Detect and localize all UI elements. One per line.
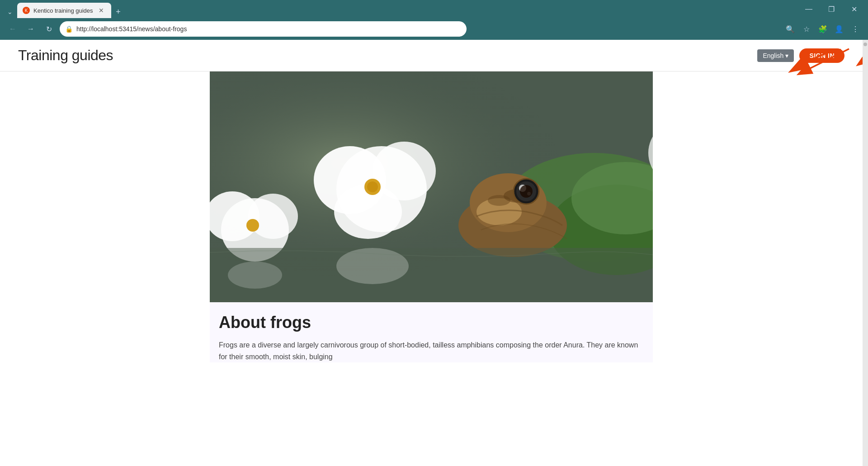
close-button[interactable]: ✕ [844, 2, 864, 16]
tab-strip: ⌄ K Kentico training guides ✕ + [4, 0, 798, 18]
lock-icon: 🔒 [65, 25, 73, 33]
article-title: About frogs [219, 313, 644, 332]
address-bar: ← → ↻ 🔒 http://localhost:53415/news/abou… [0, 18, 868, 40]
tab-close-button[interactable]: ✕ [97, 6, 106, 15]
back-button[interactable]: ← [5, 22, 20, 36]
minimize-button[interactable]: — [798, 2, 819, 16]
language-dropdown[interactable]: English ▾ [757, 49, 794, 62]
svg-point-13 [367, 181, 378, 192]
extensions-button[interactable]: 🧩 [816, 22, 830, 36]
header-actions: English ▾ SIGN IN [757, 48, 844, 63]
language-label: English [763, 52, 783, 59]
title-bar: ⌄ K Kentico training guides ✕ + — ❐ ✕ [0, 0, 868, 18]
svg-point-25 [488, 195, 510, 206]
svg-point-16 [248, 194, 298, 239]
bookmark-button[interactable]: ☆ [799, 22, 814, 36]
scrollbar[interactable] [863, 40, 868, 466]
browser-toolbar-icons: 🔍 ☆ 🧩 👤 ⋮ [783, 22, 863, 36]
tab-title: Kentico training guides [33, 7, 93, 14]
profile-button[interactable]: 👤 [832, 22, 846, 36]
scrollbar-thumb[interactable] [863, 43, 867, 46]
svg-point-30 [520, 185, 533, 198]
dropdown-icon: ▾ [785, 52, 788, 59]
svg-point-17 [246, 219, 259, 232]
url-text: http://localhost:53415/news/about-frogs [76, 25, 461, 33]
tab-list-button[interactable]: ⌄ [4, 5, 16, 18]
svg-point-34 [228, 262, 282, 289]
site-header: Training guides English ▾ SIGN IN [0, 40, 863, 71]
sign-in-button[interactable]: SIGN IN [799, 48, 844, 63]
more-button[interactable]: ⋮ [848, 22, 863, 36]
tab-favicon: K [23, 7, 30, 14]
article-section: About frogs Frogs are a diverse and larg… [210, 302, 653, 362]
article-body: Frogs are a diverse and largely carnivor… [219, 339, 644, 362]
active-tab[interactable]: K Kentico training guides ✕ [17, 3, 111, 18]
reload-button[interactable]: ↻ [42, 22, 56, 36]
website-content: Training guides English ▾ SIGN IN [0, 40, 863, 466]
maximize-button[interactable]: ❐ [821, 2, 842, 16]
frog-image [210, 71, 653, 302]
frog-image-container [210, 71, 653, 302]
url-bar[interactable]: 🔒 http://localhost:53415/news/about-frog… [60, 21, 467, 37]
new-tab-button[interactable]: + [112, 5, 125, 18]
window-controls: — ❐ ✕ [798, 2, 864, 16]
forward-button[interactable]: → [24, 22, 38, 36]
zoom-button[interactable]: 🔍 [783, 22, 797, 36]
site-title: Training guides [18, 47, 113, 64]
